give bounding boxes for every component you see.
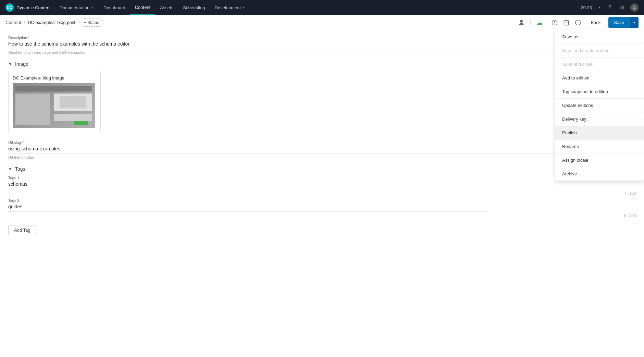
menu-item-save-and-create-another: Save and create another xyxy=(555,44,644,58)
nav-item-assets[interactable]: Assets xyxy=(155,0,178,15)
save-btn-group: Save ▼ xyxy=(608,17,639,28)
app-name: Dynamic Content xyxy=(16,5,51,10)
tags-section-title: Tags xyxy=(15,166,25,172)
breadcrumb-separator: / xyxy=(24,20,25,25)
save-button[interactable]: Save xyxy=(608,17,630,28)
divider-vertical xyxy=(530,19,531,26)
logo-area[interactable]: DC Dynamic Content xyxy=(4,3,55,12)
menu-item-delivery-key[interactable]: Delivery key xyxy=(555,112,644,126)
url-slug-value[interactable]: using-schema-examples xyxy=(8,146,636,154)
nav-item-content[interactable]: Content xyxy=(130,0,156,15)
tag2-char-count: 6 / 100 xyxy=(624,214,636,218)
nav-label-documentation: Documentation xyxy=(60,5,89,10)
nav-label-development: Development xyxy=(215,5,241,10)
tags-section: ▼ Tags Tags 1 schemas 7 / 100 Tags 2 gui… xyxy=(8,166,636,235)
url-slug-field: Url slug * using-schema-examples Url fri… xyxy=(8,140,636,159)
menu-item-rename[interactable]: Rename xyxy=(555,140,644,153)
breadcrumb-actions: Back Save ▼ xyxy=(550,17,639,28)
nav-label-assets: Assets xyxy=(160,5,173,10)
image-section-title: Image xyxy=(15,61,28,67)
required-marker: * xyxy=(27,36,29,40)
nav-label-content: Content xyxy=(135,5,151,10)
history-icon[interactable] xyxy=(550,18,559,27)
chevron-icon-documentation: ▼ xyxy=(91,6,94,9)
tag2-label: Tags 2 xyxy=(8,198,636,202)
save-dropdown-menu: Save as Save and create another Save and… xyxy=(555,30,644,181)
tags-section-header[interactable]: ▼ Tags xyxy=(8,166,636,172)
menu-item-archive[interactable]: Archive xyxy=(555,167,644,181)
nav-label-scheduling: Scheduling xyxy=(183,5,205,10)
main-content: Description * How to use the schema exam… xyxy=(0,30,644,357)
nav-label-dashboard: Dashboard xyxy=(103,5,125,10)
nav-right: 20:33 ▼ ? ⚙ xyxy=(578,2,640,13)
help-icon[interactable]: ? xyxy=(604,2,615,13)
description-value[interactable]: How to use the schema examples with the … xyxy=(8,41,636,49)
url-slug-hint: Url friendly slug xyxy=(8,155,34,159)
nav-item-documentation[interactable]: Documentation ▼ xyxy=(55,0,99,15)
top-nav: DC Dynamic Content Documentation ▼ Dashb… xyxy=(0,0,644,15)
description-hint: Used for blog listing page and SEO descr… xyxy=(8,50,636,54)
menu-item-publish[interactable]: Publish xyxy=(555,126,644,140)
breadcrumb-parent[interactable]: Content xyxy=(5,20,21,25)
calendar-icon[interactable] xyxy=(561,18,571,27)
person-placeholder-icon[interactable] xyxy=(517,18,526,27)
chevron-icon-development: ▼ xyxy=(242,6,245,9)
image-section-header[interactable]: ▼ Image xyxy=(8,61,636,67)
image-card[interactable]: DC Examples- blog image xyxy=(8,71,101,132)
cloud-sync-icon[interactable]: ☁ xyxy=(535,18,544,27)
nav-item-dashboard[interactable]: Dashboard xyxy=(99,0,130,15)
description-label: Description * xyxy=(8,36,636,40)
back-button[interactable]: Back xyxy=(585,18,606,27)
svg-rect-1 xyxy=(564,21,569,25)
menu-item-tag-snapshot-to-edition[interactable]: Tag snapshot to edition xyxy=(555,85,644,99)
url-slug-label: Url slug * xyxy=(8,140,636,145)
menu-item-save-and-close: Save and close xyxy=(555,58,644,71)
user-avatar[interactable] xyxy=(629,2,640,13)
tag1-label: Tags 1 xyxy=(8,176,636,180)
tag2-field: Tags 2 guides 6 / 100 xyxy=(8,198,636,218)
image-card-title: DC Examples- blog image xyxy=(13,75,96,81)
time-dropdown-icon[interactable]: ▼ xyxy=(596,4,603,11)
menu-item-add-to-edition[interactable]: Add to edition xyxy=(555,71,644,85)
add-tag-button[interactable]: Add Tag xyxy=(8,225,36,235)
tag1-value[interactable]: schemas xyxy=(8,181,488,189)
breadcrumb-bar: Content / DC examples- blog post + Statu… xyxy=(0,15,644,30)
time-display: 20:33 xyxy=(578,5,595,10)
logo-icon: DC xyxy=(5,3,14,12)
image-section: ▼ Image DC Examples- blog image xyxy=(8,61,636,132)
tag1-field: Tags 1 schemas 7 / 100 xyxy=(8,176,636,196)
nav-item-scheduling[interactable]: Scheduling xyxy=(178,0,210,15)
tag2-value[interactable]: guides xyxy=(8,204,488,212)
breadcrumb-current: DC examples- blog post xyxy=(28,20,75,25)
description-field: Description * How to use the schema exam… xyxy=(8,36,636,54)
settings-icon[interactable]: ⚙ xyxy=(617,2,628,13)
menu-item-assign-locale[interactable]: Assign locale xyxy=(555,153,644,167)
collapse-icon-tags: ▼ xyxy=(8,167,12,171)
save-dropdown-button[interactable]: ▼ xyxy=(630,17,639,28)
info-icon[interactable] xyxy=(573,18,583,27)
collapse-icon-image: ▼ xyxy=(8,62,12,66)
tag1-char-count: 7 / 100 xyxy=(624,191,636,195)
menu-item-update-editions[interactable]: Update editions xyxy=(555,99,644,112)
image-placeholder xyxy=(13,83,95,128)
menu-item-save-as[interactable]: Save as xyxy=(555,30,644,44)
nav-item-development[interactable]: Development ▼ xyxy=(210,0,250,15)
status-button[interactable]: + Status xyxy=(79,19,103,27)
